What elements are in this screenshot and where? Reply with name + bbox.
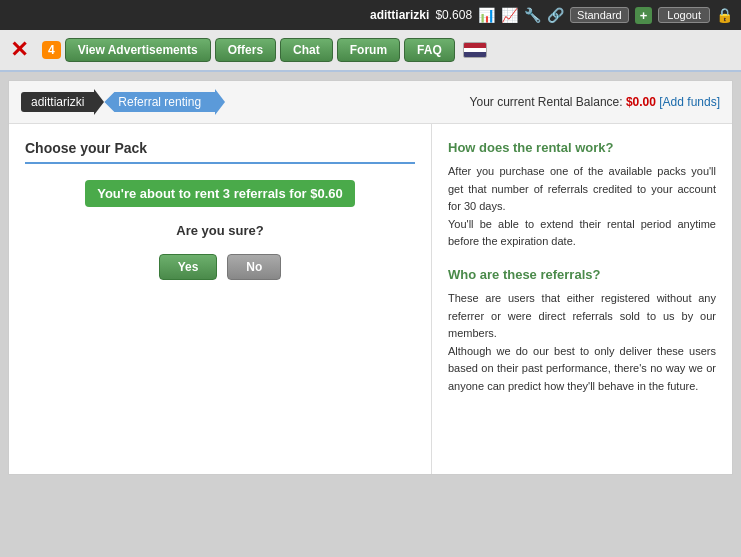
notification-badge: 4 (42, 41, 61, 59)
right-panel: How does the rental work? After you purc… (432, 124, 732, 474)
yes-button[interactable]: Yes (159, 254, 218, 280)
link-icon[interactable]: 🔗 (547, 7, 564, 23)
top-balance: $0.608 (435, 8, 472, 22)
how-rental-works-text: After you purchase one of the available … (448, 163, 716, 251)
standard-button[interactable]: Standard (570, 7, 629, 23)
top-username: adittiarizki (370, 8, 429, 22)
rent-info-box: You're about to rent 3 referrals for $0.… (85, 180, 355, 207)
top-bar: adittiarizki $0.608 📊 📈 🔧 🔗 Standard + L… (0, 0, 741, 30)
plus-button[interactable]: + (635, 7, 653, 24)
breadcrumb-arrow-2 (215, 89, 225, 115)
chat-button[interactable]: Chat (280, 38, 333, 62)
panel-title: Choose your Pack (25, 140, 415, 164)
no-button[interactable]: No (227, 254, 281, 280)
main-content: Choose your Pack You're about to rent 3 … (9, 124, 732, 474)
offers-button[interactable]: Offers (215, 38, 276, 62)
logo-icon[interactable]: ✕ (10, 37, 28, 63)
logout-button[interactable]: Logout (658, 7, 710, 23)
nav-bar: ✕ 4 View Advertisements Offers Chat Foru… (0, 30, 741, 72)
confirm-buttons: Yes No (25, 254, 415, 280)
breadcrumb-bar: adittiarizki Referral renting Your curre… (9, 81, 732, 124)
rental-balance-amount: $0.00 (626, 95, 656, 109)
content-wrapper: adittiarizki Referral renting Your curre… (8, 80, 733, 475)
faq-button[interactable]: FAQ (404, 38, 455, 62)
rental-balance: Your current Rental Balance: $0.00 [Add … (470, 95, 720, 109)
chart-icon[interactable]: 📈 (501, 7, 518, 23)
breadcrumb-username: adittiarizki (21, 92, 94, 112)
add-funds-link[interactable]: [Add funds] (659, 95, 720, 109)
confirmation-text: Are you sure? (25, 223, 415, 238)
breadcrumb: adittiarizki Referral renting (21, 89, 225, 115)
lock-icon: 🔒 (716, 7, 733, 23)
how-rental-works-title: How does the rental work? (448, 140, 716, 155)
forum-button[interactable]: Forum (337, 38, 400, 62)
stats-icon[interactable]: 📊 (478, 7, 495, 23)
breadcrumb-page: Referral renting (104, 92, 215, 112)
view-advertisements-button[interactable]: View Advertisements (65, 38, 211, 62)
breadcrumb-arrow-1 (94, 89, 104, 115)
rental-balance-label: Your current Rental Balance: (470, 95, 623, 109)
tools-icon[interactable]: 🔧 (524, 7, 541, 23)
language-flag[interactable] (463, 42, 487, 58)
who-are-referrals-text: These are users that either registered w… (448, 290, 716, 396)
left-panel: Choose your Pack You're about to rent 3 … (9, 124, 432, 474)
who-are-referrals-title: Who are these referrals? (448, 267, 716, 282)
